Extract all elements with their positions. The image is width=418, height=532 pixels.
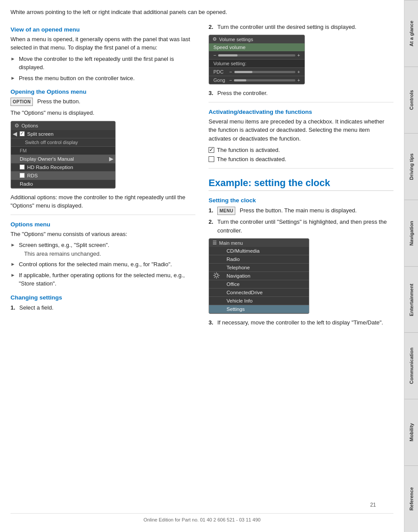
- rds-checkbox: [20, 173, 25, 178]
- pdc-minus: −: [229, 69, 232, 74]
- options-displayed-text: The "Options" menu is displayed.: [11, 109, 195, 117]
- owners-manual-label: Display Owner's Manual: [20, 156, 74, 162]
- speed-volume-row: Speed volume: [209, 43, 305, 51]
- bullet-text: Move the controller to the left repeated…: [19, 55, 195, 72]
- mm-title-bar: ☰ Main menu: [209, 239, 309, 247]
- step-number: 1.: [11, 303, 17, 312]
- pdc-slider-fill: [234, 71, 253, 73]
- mm-row-navigation: Navigation: [209, 272, 309, 280]
- sidebar-item-communication[interactable]: Communication: [404, 332, 418, 399]
- rds-label: RDS: [27, 173, 38, 178]
- opening-options-heading: Opening the Options menu: [11, 88, 195, 95]
- step-text: Turn the controller until the desired se…: [217, 23, 356, 32]
- changing-settings-steps: 1. Select a field.: [11, 303, 195, 312]
- vol-title-icon: ⚙: [213, 36, 217, 42]
- activated-label: The function is activated.: [217, 147, 280, 153]
- bullet-text: If applicable, further operating options…: [19, 271, 195, 288]
- volume-settings-screen: ⚙ Volume settings Speed volume − + Volum…: [209, 35, 305, 85]
- gong-label: Gong: [213, 78, 225, 83]
- slider-fill: [218, 54, 237, 56]
- sidebar-item-at-a-glance[interactable]: At a glance: [404, 0, 418, 67]
- sidebar-item-controls[interactable]: Controls: [404, 67, 418, 133]
- step-text: Select a field.: [19, 303, 53, 312]
- mm-row-cdmultimedia: CD/Multimedia: [209, 247, 309, 255]
- gong-slider-fill: [234, 79, 246, 81]
- step-number: 3.: [209, 318, 215, 327]
- deactivated-indicator: The function is deactivated.: [209, 156, 286, 162]
- step-text: If necessary, move the controller to the…: [217, 318, 383, 327]
- options-menu-para: The "Options" menu consists of various a…: [11, 230, 195, 239]
- clock-step-3: 3. If necessary, move the controller to …: [209, 318, 393, 327]
- list-item: ► Control options for the selected main …: [11, 260, 195, 269]
- bullet-arrow-icon: ►: [11, 271, 15, 279]
- radio-label: Radio: [20, 181, 33, 187]
- options-menu-heading: Options menu: [11, 221, 195, 228]
- pdc-row: PDC − +: [209, 67, 305, 76]
- view-opened-menu-bullets: ► Move the controller to the left repeat…: [11, 55, 195, 83]
- mm-row-label: ConnectedDrive: [227, 290, 262, 295]
- sidebar-item-reference[interactable]: Reference: [404, 465, 418, 532]
- opening-options-para: Press the button.: [37, 98, 80, 105]
- options-menu-bullets: ► Screen settings, e.g., "Split screen".…: [11, 241, 195, 288]
- sidebar-item-mobility[interactable]: Mobility: [404, 399, 418, 465]
- view-opened-menu-heading: View of an opened menu: [11, 26, 195, 33]
- speed-volume-slider: − +: [209, 51, 305, 59]
- mm-row-label: Office: [227, 282, 240, 287]
- mm-row-radio: Radio: [209, 255, 309, 264]
- mm-icon: ☰: [213, 240, 217, 246]
- main-menu-screen: ☰ Main menu CD/Multimedia Radio Telephon…: [209, 238, 309, 314]
- activating-para: Several menu items are preceded by a che…: [209, 117, 393, 143]
- sidebar-item-navigation[interactable]: Navigation: [404, 200, 418, 266]
- footer-edition: Online Edition for Part no. 01 40 2 606 …: [11, 513, 393, 524]
- right-nav-arrow-icon: ▶: [109, 155, 113, 162]
- hd-radio-checkbox: [20, 165, 25, 169]
- split-screen-label: Split screen: [27, 131, 53, 137]
- step-text: Turn the controller until "Settings" is …: [217, 218, 393, 235]
- options-screen-title-bar: ⚙ Options: [11, 121, 115, 130]
- mm-row-label: Navigation: [227, 273, 250, 278]
- options-row-switch-off: Switch off control display: [11, 138, 115, 147]
- mm-row-label: Radio: [227, 257, 240, 262]
- section-example-clock: Example: setting the clock Setting the c…: [209, 177, 393, 327]
- slider-track: [218, 54, 295, 56]
- activating-heading: Activating/deactivating the functions: [209, 109, 393, 115]
- mm-row-label: Telephone: [227, 265, 250, 270]
- mm-row-label: Settings: [227, 307, 245, 312]
- page-number: 21: [11, 502, 393, 508]
- mm-title: Main menu: [219, 240, 243, 246]
- step-3-press: 3. Press the controller.: [209, 89, 393, 98]
- mm-row-connecteddrive: ConnectedDrive: [209, 289, 309, 297]
- slider-minus: −: [213, 53, 216, 58]
- options-row-fm: FM: [11, 147, 115, 155]
- step-text: Press the controller.: [217, 89, 268, 98]
- activated-checkbox-icon: [209, 147, 214, 153]
- pdc-slider-track: [234, 71, 295, 73]
- list-item: ► Screen settings, e.g., "Split screen".…: [11, 241, 195, 258]
- additional-options-text: Additional options: move the controller …: [11, 193, 195, 210]
- switch-off-label: Switch off control display: [25, 140, 78, 145]
- list-item: 1. Select a field.: [11, 303, 195, 312]
- gong-plus: +: [298, 78, 300, 83]
- options-screen-icon: ⚙: [14, 123, 19, 129]
- step-number: 2.: [209, 218, 215, 226]
- section-activating: Activating/deactivating the functions Se…: [209, 109, 393, 164]
- bullet-sub-text: This area remains unchanged.: [19, 250, 110, 258]
- sidebar-item-driving-tips[interactable]: Driving tips: [404, 133, 418, 200]
- list-item: ► Press the menu button on the controlle…: [11, 74, 195, 83]
- left-nav-arrow-icon: ◀: [13, 130, 17, 137]
- pdc-plus: +: [298, 69, 300, 74]
- clock-steps: 1. MENU Press the button. The main menu …: [209, 206, 393, 235]
- step-number: 1.: [209, 206, 215, 215]
- options-row-hd-radio: HD Radio Reception: [11, 163, 115, 172]
- sidebar-item-entertainment[interactable]: Entertainment: [404, 266, 418, 333]
- gong-minus: −: [229, 78, 232, 83]
- bullet-text: Screen settings, e.g., "Split screen".: [19, 242, 110, 248]
- deactivated-checkbox-icon: [209, 156, 214, 162]
- list-item: 3. If necessary, move the controller to …: [209, 318, 393, 327]
- options-row-owners-manual: Display Owner's Manual ▶: [11, 155, 115, 163]
- vol-title: Volume settings: [219, 37, 253, 42]
- section-opening-options: Opening the Options menu OPTION Press th…: [11, 88, 195, 210]
- intro-text: White arrows pointing to the left or rig…: [11, 8, 393, 17]
- speed-volume-label: Speed volume: [213, 45, 246, 50]
- changing-settings-heading: Changing settings: [11, 294, 195, 301]
